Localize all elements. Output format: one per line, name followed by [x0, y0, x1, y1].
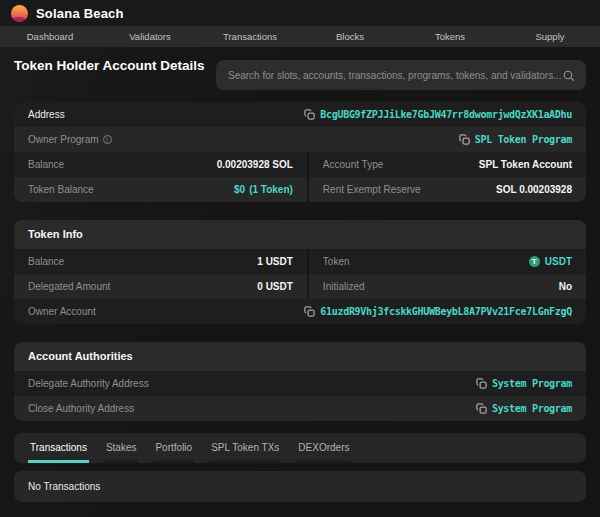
info-icon[interactable]: i: [103, 135, 112, 144]
usdt-token-icon: T: [529, 256, 540, 267]
delegated-amount-value: 0 USDT: [257, 281, 293, 292]
account-type-label: Account Type: [323, 159, 383, 170]
close-authority-link[interactable]: System Program: [492, 403, 572, 414]
owner-account-link[interactable]: 61uzdR9Vhj3fcskkGHUWBeybL8A7PVv21Fce7LGn…: [320, 306, 572, 317]
account-type-value: SPL Token Account: [479, 159, 572, 170]
token-label: Token: [323, 256, 350, 267]
no-transactions-text: No Transactions: [28, 481, 100, 492]
search-input[interactable]: [228, 70, 562, 81]
owner-program-label: Owner Program i: [28, 134, 112, 145]
tab-dex-orders[interactable]: DEXOrders: [296, 442, 351, 463]
balance-label: Balance: [28, 159, 64, 170]
address-label: Address: [28, 109, 65, 120]
token-info-title: Token Info: [14, 220, 586, 249]
top-header: Solana Beach: [0, 0, 600, 26]
copy-delegate-authority-icon[interactable]: [476, 378, 487, 389]
copy-close-authority-icon[interactable]: [476, 403, 487, 414]
address-card: Address BcgUBG9fZPJJiLke7GbJW47rr8dwomrj…: [14, 102, 586, 202]
account-authorities-title: Account Authorities: [14, 342, 586, 371]
balance-value: 0.00203928 SOL: [217, 159, 293, 170]
nav-item-tokens[interactable]: Tokens: [400, 26, 500, 47]
copy-address-icon[interactable]: [304, 109, 315, 120]
page-title: Token Holder Account Details: [14, 57, 206, 76]
delegate-authority-link[interactable]: System Program: [492, 378, 572, 389]
owner-account-label: Owner Account: [28, 306, 96, 317]
copy-owner-program-icon[interactable]: [459, 134, 470, 145]
token-balance-label-2: Balance: [28, 256, 64, 267]
tab-stakes[interactable]: Stakes: [104, 442, 139, 463]
brand-title: Solana Beach: [36, 6, 124, 21]
tab-spl-token-txs[interactable]: SPL Token TXs: [209, 442, 281, 463]
solana-beach-logo-icon[interactable]: [11, 5, 28, 22]
owner-program-link[interactable]: SPL Token Program: [475, 134, 572, 145]
initialized-value: No: [559, 281, 572, 292]
rent-exempt-label: Rent Exempt Reserve: [323, 184, 421, 195]
delegate-authority-label: Delegate Authority Address: [28, 378, 149, 389]
search-icon[interactable]: [562, 69, 575, 82]
address-value-link[interactable]: BcgUBG9fZPJJiLke7GbJW47rr8dwomrjwdQzXK1a…: [320, 109, 572, 120]
nav-item-supply[interactable]: Supply: [500, 26, 600, 47]
nav-item-transactions[interactable]: Transactions: [200, 26, 300, 47]
account-authorities-card: Account Authorities Delegate Authority A…: [14, 342, 586, 421]
search-bar[interactable]: [216, 60, 586, 90]
token-info-card: Token Info Balance 1 USDT Token T USDT D…: [14, 220, 586, 324]
token-balance-value-2: 1 USDT: [257, 256, 293, 267]
nav-item-validators[interactable]: Validators: [100, 26, 200, 47]
nav-item-dashboard[interactable]: Dashboard: [0, 26, 100, 47]
token-balance-label: Token Balance: [28, 184, 94, 195]
token-balance-value: $0(1 Token): [234, 184, 293, 195]
tab-portfolio[interactable]: Portfolio: [153, 442, 194, 463]
token-value-link[interactable]: USDT: [545, 256, 572, 267]
initialized-label: Initialized: [323, 281, 365, 292]
copy-owner-account-icon[interactable]: [304, 306, 315, 317]
close-authority-label: Close Authority Address: [28, 403, 134, 414]
delegated-amount-label: Delegated Amount: [28, 281, 110, 292]
main-content: Token Holder Account Details Address: [0, 47, 600, 502]
tab-transactions[interactable]: Transactions: [28, 442, 89, 463]
nav-item-blocks[interactable]: Blocks: [300, 26, 400, 47]
main-nav: Dashboard Validators Transactions Blocks…: [0, 26, 600, 47]
account-tabs: Transactions Stakes Portfolio SPL Token …: [14, 433, 586, 463]
no-transactions-panel: No Transactions: [14, 471, 586, 502]
rent-exempt-value: SOL 0.00203928: [496, 184, 572, 195]
